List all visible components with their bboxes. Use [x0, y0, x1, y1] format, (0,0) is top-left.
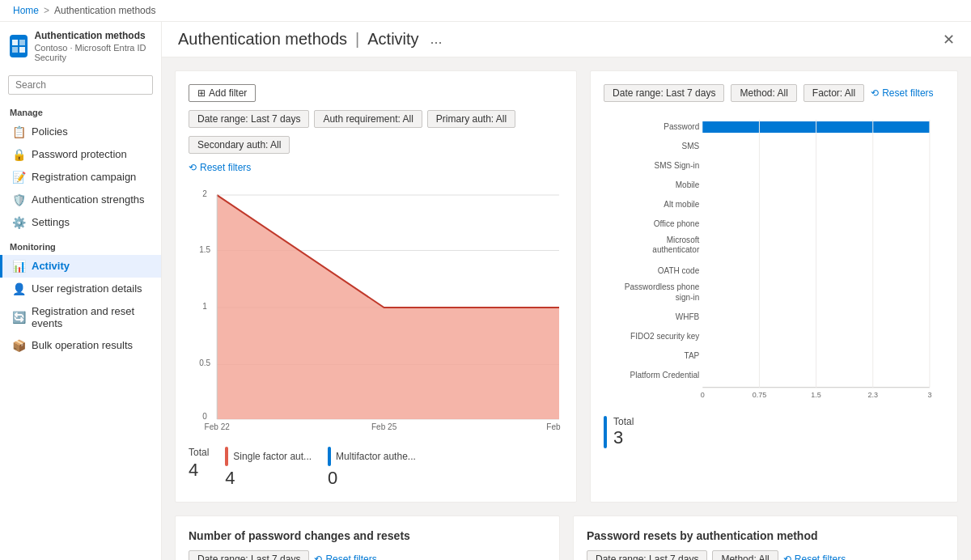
single-factor-label-row: Single factor aut...: [225, 447, 312, 466]
area-chart-card: ⊞ Add filter Date range: Last 7 days Aut…: [175, 70, 577, 503]
user-registration-icon: 👤: [12, 282, 25, 295]
sidebar-item-registration-reset[interactable]: 🔄 Registration and reset events: [0, 300, 161, 334]
svg-rect-2: [12, 47, 18, 53]
multifactor-value: 0: [328, 468, 416, 489]
sidebar-item-registration-campaign-label: Registration campaign: [32, 171, 136, 183]
svg-text:Platform Credential: Platform Credential: [630, 371, 700, 380]
pw-resets-date-chip[interactable]: Date range: Last 7 days: [587, 550, 707, 560]
pw-changes-reset-label: Reset filters: [325, 554, 376, 560]
sidebar-item-user-registration[interactable]: 👤 User registration details: [0, 278, 161, 300]
app-subtitle: Contoso · Microsoft Entra ID Security: [34, 43, 151, 62]
secondary-auth-chip[interactable]: Secondary auth: All: [189, 136, 290, 154]
breadcrumb-section: Authentication methods: [54, 5, 155, 16]
bar-chart-filter-bar: Date range: Last 7 days Method: All Fact…: [604, 84, 944, 102]
sidebar-item-bulk-operation-label: Bulk operation results: [32, 339, 133, 351]
breadcrumb-separator: >: [44, 5, 49, 16]
bar-reset-label: Reset filters: [882, 87, 933, 99]
svg-text:Feb 26: Feb 26: [546, 422, 563, 431]
page-title: Authentication methods: [178, 30, 347, 49]
svg-text:3: 3: [927, 391, 931, 399]
pw-resets-method-chip[interactable]: Method: All: [712, 550, 778, 560]
sidebar: Authentication methods Contoso · Microso…: [0, 22, 162, 560]
svg-text:1: 1: [202, 302, 207, 311]
close-button[interactable]: ✕: [943, 31, 955, 49]
manage-section-label: Manage: [0, 100, 161, 121]
svg-text:Office phone: Office phone: [654, 219, 700, 228]
svg-text:1.5: 1.5: [199, 245, 210, 254]
svg-text:1.5: 1.5: [811, 391, 821, 399]
password-resets-filter-bar: Date range: Last 7 days Method: All ⟲ Re…: [587, 550, 944, 560]
auth-req-chip[interactable]: Auth requirement: All: [314, 110, 422, 128]
sidebar-item-activity-label: Activity: [32, 260, 70, 272]
sidebar-item-settings[interactable]: ⚙️ Settings: [0, 211, 161, 234]
svg-text:Alt mobile: Alt mobile: [664, 200, 699, 209]
primary-auth-chip[interactable]: Primary auth: All: [427, 110, 515, 128]
chart-stats-row: Total 4 Single factor aut... 4: [189, 447, 563, 489]
sidebar-item-policies[interactable]: 📋 Policies: [0, 121, 161, 143]
sidebar-item-auth-strengths[interactable]: 🛡️ Authentication strengths: [0, 189, 161, 211]
registration-reset-icon: 🔄: [12, 311, 25, 324]
total-value: 4: [189, 460, 209, 481]
sidebar-item-password-protection-label: Password protection: [32, 148, 127, 160]
add-filter-button[interactable]: ⊞ Add filter: [189, 84, 256, 102]
total-info: Total 3: [613, 416, 634, 448]
svg-text:TAP: TAP: [685, 351, 700, 360]
svg-text:sign-in: sign-in: [676, 293, 700, 302]
app-logo: [10, 35, 28, 57]
single-factor-stat: Single factor aut... 4: [225, 447, 312, 489]
single-factor-dot: [225, 447, 228, 466]
svg-rect-3: [19, 47, 25, 53]
total-value: 3: [613, 427, 634, 448]
svg-text:FIDO2 security key: FIDO2 security key: [630, 332, 699, 341]
date-range-chip[interactable]: Date range: Last 7 days: [189, 110, 309, 128]
bar-chart-total: Total 3: [604, 416, 944, 448]
bar-method-chip[interactable]: Method: All: [731, 84, 796, 102]
bar-factor-chip[interactable]: Factor: All: [804, 84, 864, 102]
top-cards-row: ⊞ Add filter Date range: Last 7 days Aut…: [175, 70, 958, 503]
sidebar-item-user-registration-label: User registration details: [32, 282, 142, 295]
search-input[interactable]: [8, 75, 153, 95]
svg-text:0.75: 0.75: [753, 391, 767, 399]
svg-text:2.3: 2.3: [868, 391, 879, 399]
pw-resets-reset-button[interactable]: ⟲ Reset filters: [783, 554, 846, 560]
sidebar-item-activity[interactable]: 📊 Activity: [0, 255, 161, 278]
more-options-button[interactable]: ...: [430, 31, 443, 48]
pw-changes-date-chip[interactable]: Date range: Last 7 days: [189, 550, 309, 560]
breadcrumb-home[interactable]: Home: [13, 5, 39, 16]
logo-icon: [11, 39, 26, 53]
pw-changes-reset-button[interactable]: ⟲ Reset filters: [314, 554, 376, 560]
sidebar-item-auth-strengths-label: Authentication strengths: [32, 193, 144, 206]
sidebar-item-registration-campaign[interactable]: 📝 Registration campaign: [0, 166, 161, 189]
settings-icon: ⚙️: [12, 216, 25, 229]
svg-text:0: 0: [202, 412, 207, 421]
reset-filters-button[interactable]: ⟲ Reset filters: [189, 162, 251, 173]
bar-reset-icon: ⟲: [871, 87, 879, 99]
bulk-operation-icon: 📦: [12, 339, 25, 352]
sidebar-item-password-protection[interactable]: 🔒 Password protection: [0, 143, 161, 166]
sidebar-header: Authentication methods Contoso · Microso…: [0, 22, 161, 70]
search-container: [0, 70, 161, 100]
app-title-block: Authentication methods Contoso · Microso…: [34, 30, 151, 62]
page-section: Activity: [367, 30, 418, 49]
page-header: Authentication methods | Activity ... ✕: [162, 22, 971, 57]
sidebar-item-policies-label: Policies: [32, 125, 68, 138]
password-protection-icon: 🔒: [12, 148, 25, 161]
pw-changes-reset-icon: ⟲: [314, 554, 322, 560]
bar-date-chip[interactable]: Date range: Last 7 days: [604, 84, 724, 102]
svg-text:Mobile: Mobile: [676, 180, 700, 189]
sidebar-item-bulk-operation[interactable]: 📦 Bulk operation results: [0, 334, 161, 357]
svg-text:SMS: SMS: [682, 142, 700, 151]
svg-text:Feb 22: Feb 22: [205, 422, 231, 431]
area-chart-container: 2 1.5 1 0.5 0: [189, 180, 563, 439]
password-resets-title: Password resets by authentication method: [587, 529, 944, 542]
svg-text:Passwordless phone: Passwordless phone: [625, 282, 700, 291]
bar-reset-filters-button[interactable]: ⟲ Reset filters: [871, 87, 933, 99]
svg-text:0: 0: [701, 391, 705, 399]
svg-text:WHFB: WHFB: [676, 312, 700, 321]
reset-icon: ⟲: [189, 162, 197, 173]
page-content: Authentication methods | Activity ... ✕ …: [162, 22, 971, 560]
page-title-divider: |: [355, 30, 359, 49]
svg-text:2: 2: [202, 189, 207, 198]
svg-rect-1: [19, 40, 25, 45]
sidebar-item-registration-reset-label: Registration and reset events: [32, 305, 151, 329]
